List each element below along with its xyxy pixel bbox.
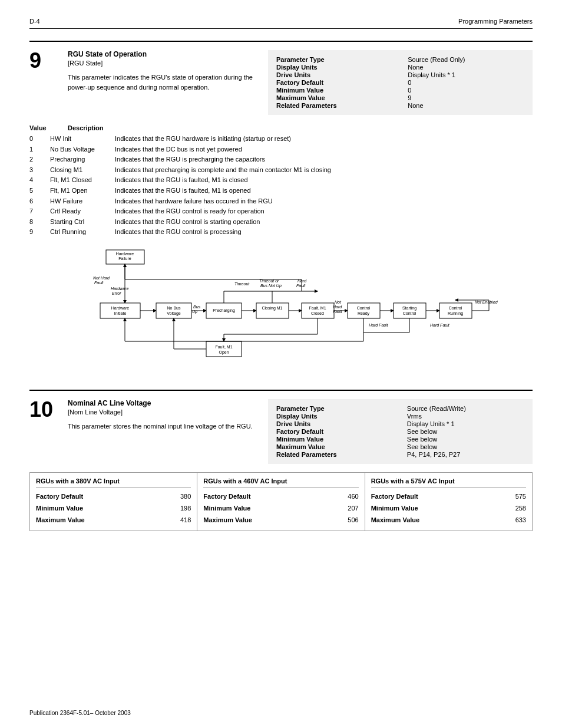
row-name: Precharging: [50, 154, 115, 165]
svg-rect-21: [256, 303, 289, 318]
row-val: 0: [29, 134, 50, 144]
max-value-label-9: Maximum Value: [276, 94, 396, 101]
voltage-col-header: RGUs with a 460V AC Input: [203, 477, 358, 487]
svg-text:Up: Up: [192, 309, 197, 314]
svg-text:No Bus: No Bus: [167, 306, 181, 310]
svg-text:Not: Not: [335, 300, 342, 304]
drive-units-value-9: Display Units * 1: [408, 71, 524, 78]
factory-default-label-10: Factory Default: [276, 428, 395, 435]
svg-text:Hardware: Hardware: [111, 286, 128, 291]
drive-units-value-10: Display Units * 1: [407, 420, 524, 427]
voltage-row: Factory Default 380: [36, 491, 191, 503]
voltage-column: RGUs with a 460V AC Input Factory Defaul…: [197, 473, 365, 531]
voltage-row-value: 198: [180, 503, 191, 515]
display-units-label-9: Display Units: [276, 64, 396, 71]
table-row: 7 Crtl Ready Indicates that the RGU cont…: [29, 206, 533, 217]
row-desc: Indicates that precharging is complete a…: [115, 165, 533, 176]
svg-text:Hard Fault: Hard Fault: [430, 323, 450, 327]
voltage-row-value: 460: [348, 491, 358, 503]
related-params-value-9: None: [408, 102, 524, 109]
svg-text:Hardware: Hardware: [111, 306, 129, 310]
min-value-value-9: 0: [408, 87, 524, 94]
page-footer: Publication 2364F-5.01– October 2003: [29, 710, 131, 716]
voltage-column: RGUs with a 380V AC Input Factory Defaul…: [30, 473, 197, 531]
max-value-value-9: 9: [408, 94, 524, 101]
min-value-value-10: See below: [407, 436, 524, 443]
section-9-subtitle: [RGU State]: [68, 60, 256, 67]
factory-default-label-9: Factory Default: [276, 79, 396, 86]
row-val: 4: [29, 175, 50, 186]
voltage-col-header: RGUs with a 575V AC Input: [371, 477, 526, 487]
svg-text:Control: Control: [357, 306, 371, 310]
voltage-row-value: 380: [180, 491, 191, 503]
voltage-row-label: Factory Default: [36, 491, 83, 503]
row-val: 8: [29, 217, 50, 228]
svg-text:Bus: Bus: [193, 305, 201, 309]
min-value-label-10: Minimum Value: [276, 436, 395, 443]
voltage-col-header: RGUs with a 380V AC Input: [36, 477, 191, 487]
voltage-table-10: RGUs with a 380V AC Input Factory Defaul…: [29, 472, 533, 531]
voltage-row-label: Factory Default: [371, 491, 418, 503]
footer-text: Publication 2364F-5.01– October 2003: [29, 710, 131, 716]
section-10-inner: 10 Nominal AC Line Voltage [Nom Line Vol…: [29, 399, 533, 464]
section-9-params: Parameter Type Source (Read Only) Displa…: [268, 50, 533, 115]
table-row: 2 Precharging Indicates that the RGU is …: [29, 154, 533, 165]
param-table-10: Parameter Type Source (Read/Write) Displ…: [276, 405, 524, 458]
svg-rect-24: [302, 303, 334, 318]
voltage-row: Maximum Value 506: [203, 515, 358, 526]
value-table-9: Value Description 0 HW Init Indicates th…: [29, 124, 533, 238]
svg-text:Failure: Failure: [118, 256, 131, 261]
row-desc: Indicates that the RGU control is ready …: [115, 206, 533, 217]
value-table-header: Value Description: [29, 124, 533, 131]
table-row: 4 Flt, M1 Closed Indicates that the RGU …: [29, 175, 533, 186]
section-9-number: 9: [29, 50, 56, 115]
header-left: D-4: [29, 18, 40, 25]
svg-text:Closed: Closed: [311, 311, 324, 315]
table-row: 3 Closing M1 Indicates that precharging …: [29, 165, 533, 176]
voltage-row: Minimum Value 198: [36, 503, 191, 515]
section-10-subtitle: [Nom Line Voltage]: [68, 409, 256, 416]
voltage-row: Minimum Value 258: [371, 503, 526, 515]
voltage-row-value: 207: [348, 503, 358, 515]
factory-default-value-9: 0: [408, 79, 524, 86]
page-header: D-4 Programming Parameters: [29, 18, 533, 29]
page: D-4 Programming Parameters 9 RGU State o…: [0, 0, 562, 728]
param-type-label-9: Parameter Type: [276, 56, 396, 63]
row-val: 9: [29, 227, 50, 238]
param-type-value-10: Source (Read/Write): [407, 405, 524, 412]
row-val: 5: [29, 186, 50, 196]
row-val: 6: [29, 196, 50, 207]
svg-text:Starting: Starting: [402, 306, 416, 311]
table-row: 8 Starting Ctrl Indicates that the RGU c…: [29, 217, 533, 228]
factory-default-value-10: See below: [407, 428, 524, 435]
row-desc: Indicates that the RGU is precharging th…: [115, 154, 533, 165]
voltage-row-label: Maximum Value: [371, 515, 420, 526]
row-name: Flt, M1 Closed: [50, 175, 115, 186]
svg-text:Hard Fault: Hard Fault: [369, 323, 389, 327]
row-desc: Indicates that hardware failure has occu…: [115, 196, 533, 207]
svg-text:Open: Open: [219, 350, 229, 355]
row-name: Crtl Ready: [50, 206, 115, 217]
svg-text:Fault: Fault: [333, 309, 343, 314]
row-name: Starting Ctrl: [50, 217, 115, 228]
svg-text:Control: Control: [449, 306, 462, 310]
svg-text:Fault, M1: Fault, M1: [215, 345, 232, 349]
display-units-value-9: None: [408, 64, 524, 71]
max-value-label-10: Maximum Value: [276, 443, 395, 450]
row-name: HW Init: [50, 134, 115, 144]
row-desc: Indicates that the RGU control is starti…: [115, 217, 533, 228]
svg-text:Control: Control: [403, 311, 416, 315]
svg-text:Error: Error: [112, 291, 121, 295]
param-table-9: Parameter Type Source (Read Only) Displa…: [276, 56, 524, 109]
row-desc: Indicates that the RGU control is proces…: [115, 227, 533, 238]
table-row: 0 HW Init Indicates that the RGU hardwar…: [29, 134, 533, 144]
row-val: 1: [29, 144, 50, 155]
param-type-label-10: Parameter Type: [276, 405, 395, 412]
state-diagram: Hardware Failure Not Hard Fault Hardware…: [29, 247, 533, 372]
svg-text:Timeout: Timeout: [234, 282, 250, 286]
voltage-row: Maximum Value 418: [36, 515, 191, 526]
related-params-label-9: Related Parameters: [276, 102, 396, 109]
row-val: 3: [29, 165, 50, 176]
section-10-title: Nominal AC Line Voltage: [68, 399, 256, 407]
voltage-row-label: Maximum Value: [203, 515, 252, 526]
